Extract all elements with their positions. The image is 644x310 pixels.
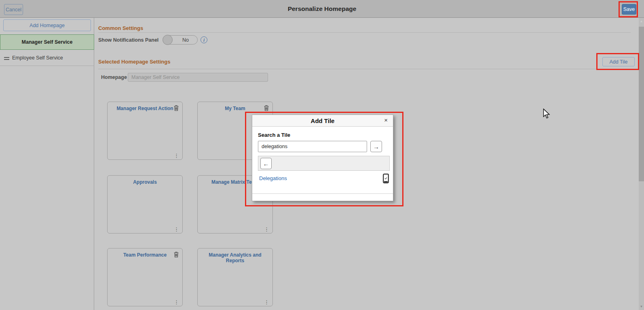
delete-tile-icon[interactable] xyxy=(173,251,179,258)
vertical-scrollbar[interactable]: ▲ ▼ xyxy=(639,18,644,310)
tile-menu-icon[interactable]: ⋮ xyxy=(264,227,269,232)
sidebar-item-label: Employee Self Service xyxy=(12,55,63,61)
info-icon[interactable]: i xyxy=(201,36,207,43)
divider xyxy=(98,69,631,69)
add-homepage-button[interactable]: Add Homepage xyxy=(3,19,91,31)
tile-manager-request-action[interactable]: Manager Request Action ⋮ xyxy=(107,102,183,160)
toggle-value: No xyxy=(175,37,196,43)
scrollbar-thumb[interactable] xyxy=(639,27,644,181)
toggle-knob[interactable] xyxy=(163,35,173,45)
selected-homepage-settings-heading: Selected Homepage Settings xyxy=(98,59,170,65)
tile-approvals[interactable]: Approvals ⋮ xyxy=(107,175,183,234)
delete-tile-icon[interactable] xyxy=(264,105,269,111)
top-header-bar: Cancel Personalize Homepage Save xyxy=(0,0,644,18)
common-settings-heading: Common Settings xyxy=(98,25,143,31)
tile-menu-icon[interactable]: ⋮ xyxy=(174,227,179,232)
scroll-up-icon[interactable]: ▲ xyxy=(639,19,644,23)
highlight-box-add-tile xyxy=(596,53,639,70)
show-notifications-toggle[interactable]: No xyxy=(163,35,198,45)
mouse-cursor xyxy=(543,108,551,121)
page-title: Personalize Homepage xyxy=(0,5,644,13)
delete-tile-icon[interactable] xyxy=(173,105,179,111)
tile-menu-icon[interactable]: ⋮ xyxy=(174,153,179,158)
tile-menu-icon[interactable]: ⋮ xyxy=(174,299,179,305)
tile-title: My Team xyxy=(203,106,268,111)
tile-title: Manager Request Action xyxy=(112,106,177,111)
homepage-label: Homepage xyxy=(101,74,127,80)
homepage-list-sidebar: Add Homepage Manager Self Service Employ… xyxy=(0,18,94,310)
highlight-box-save xyxy=(619,1,638,17)
divider xyxy=(98,32,631,33)
tile-manager-analytics-and-reports[interactable]: Manager Analytics and Reports ⋮ xyxy=(197,248,273,306)
sidebar-item-employee-self-service[interactable]: Employee Self Service xyxy=(0,50,94,66)
tile-team-performance[interactable]: Team Performance ⋮ xyxy=(107,248,183,306)
tile-title: Team Performance xyxy=(112,252,177,258)
tile-title: Approvals xyxy=(112,179,177,185)
tile-menu-icon[interactable]: ⋮ xyxy=(264,299,269,305)
homepage-name-field xyxy=(128,73,268,82)
tile-title: Manager Analytics and Reports xyxy=(203,252,268,263)
sidebar-item-label: Manager Self Service xyxy=(22,39,73,45)
highlight-box-dialog xyxy=(245,112,403,206)
sidebar-item-manager-self-service[interactable]: Manager Self Service xyxy=(0,34,94,50)
show-notifications-label: Show Notifications Panel xyxy=(98,37,158,43)
drag-handle-icon[interactable] xyxy=(4,57,9,61)
scroll-down-icon[interactable]: ▼ xyxy=(639,305,644,308)
